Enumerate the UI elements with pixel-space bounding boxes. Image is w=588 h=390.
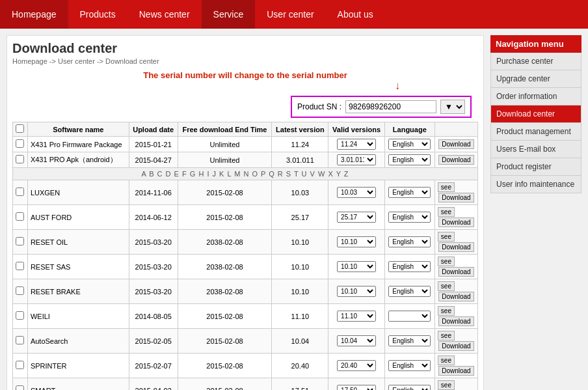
- see-button[interactable]: see: [438, 331, 455, 341]
- sn-select[interactable]: ▼: [440, 100, 465, 114]
- lang-select[interactable]: English: [388, 154, 431, 165]
- software-name: WEILI: [27, 304, 129, 329]
- version-select[interactable]: 25.17: [337, 212, 376, 223]
- see-button[interactable]: see: [438, 182, 455, 192]
- col-action: [434, 122, 477, 137]
- download-button[interactable]: Download: [438, 341, 474, 351]
- sidebar-item-5[interactable]: Users E-mail box: [490, 141, 581, 158]
- see-button[interactable]: see: [438, 207, 455, 217]
- download-button[interactable]: Download: [438, 139, 474, 149]
- row-checkbox-7[interactable]: [16, 311, 24, 320]
- version-select[interactable]: 17.50: [337, 385, 376, 390]
- lang-select[interactable]: English: [388, 212, 431, 223]
- arrow-icon: ↓: [395, 80, 400, 91]
- version-select[interactable]: 11.10: [337, 311, 376, 322]
- lang-select[interactable]: English: [388, 236, 431, 247]
- download-button[interactable]: Download: [438, 267, 474, 277]
- download-button[interactable]: Download: [438, 366, 474, 376]
- download-button[interactable]: Download: [438, 193, 474, 202]
- version-select[interactable]: 3.01.011: [337, 154, 376, 165]
- upload-date: 2015-01-21: [129, 137, 178, 152]
- version-select[interactable]: 10.03: [337, 187, 376, 198]
- valid-versions: 11.24: [328, 137, 384, 152]
- see-button[interactable]: see: [438, 380, 455, 390]
- lang-select[interactable]: English: [388, 385, 431, 390]
- row-checkbox-6[interactable]: [16, 286, 24, 295]
- see-button[interactable]: see: [438, 306, 455, 316]
- language: English: [384, 354, 434, 378]
- language: English: [384, 279, 434, 304]
- free-end: 2038-02-08: [178, 255, 272, 279]
- download-button[interactable]: Download: [438, 242, 474, 252]
- sidebar-item-4[interactable]: Product management: [490, 123, 581, 141]
- download-button[interactable]: Download: [438, 316, 474, 326]
- software-name: SPRINTER: [27, 354, 129, 378]
- sidebar-item-6[interactable]: Product register: [490, 158, 581, 176]
- col-lang: Language: [384, 122, 434, 137]
- version-select[interactable]: 10.10: [337, 286, 376, 297]
- action-cell: Download: [434, 152, 477, 168]
- download-button[interactable]: Download: [438, 217, 474, 227]
- lang-select[interactable]: English: [388, 286, 431, 297]
- valid-versions: 20.40: [328, 354, 384, 378]
- see-button[interactable]: see: [438, 281, 455, 291]
- row-checkbox-0[interactable]: [16, 139, 24, 148]
- col-check: [13, 122, 28, 137]
- row-checkbox-4[interactable]: [16, 237, 24, 245]
- software-name: LUXGEN: [27, 180, 129, 205]
- download-button[interactable]: Download: [438, 155, 474, 165]
- action-cell: Download: [434, 137, 477, 152]
- version-select[interactable]: 10.04: [337, 335, 376, 346]
- nav-homepage[interactable]: Homepage: [0, 0, 68, 29]
- sidebar-item-0[interactable]: Purchase center: [490, 53, 581, 70]
- lang-select[interactable]: English: [388, 261, 431, 272]
- row-checkbox-9[interactable]: [16, 361, 24, 369]
- row-checkbox-8[interactable]: [16, 336, 24, 344]
- lang-select[interactable]: English: [388, 187, 431, 198]
- see-button[interactable]: see: [438, 257, 455, 266]
- row-checkbox-3[interactable]: [16, 212, 24, 221]
- nav-user-center[interactable]: User center: [255, 0, 325, 29]
- row-checkbox-10[interactable]: [16, 385, 24, 390]
- see-button[interactable]: see: [438, 232, 455, 242]
- download-button[interactable]: Download: [438, 292, 474, 301]
- row-checkbox-1[interactable]: [16, 155, 24, 163]
- latest-version: 17.51: [272, 378, 328, 391]
- software-name: X431 Pro Firmware Package: [27, 137, 129, 152]
- sidebar-item-1[interactable]: Upgrade center: [490, 70, 581, 88]
- version-select[interactable]: 10.10: [337, 236, 376, 247]
- upload-date: 2014-06-12: [129, 205, 178, 230]
- lang-select[interactable]: English: [388, 360, 431, 371]
- sidebar-item-2[interactable]: Order information: [490, 88, 581, 105]
- row-checkbox-2[interactable]: [16, 188, 24, 196]
- nav-about-us[interactable]: About us: [326, 0, 385, 29]
- lang-select[interactable]: [388, 311, 431, 322]
- table-row: LUXGEN 2014-11-06 2015-02-08 10.03 10.03…: [13, 180, 478, 205]
- lang-select[interactable]: English: [388, 335, 431, 346]
- version-select[interactable]: 11.24: [337, 139, 376, 150]
- free-end: 2038-02-08: [178, 230, 272, 255]
- table-row: RESET OIL 2015-03-20 2038-02-08 10.10 10…: [13, 230, 478, 255]
- latest-version: 10.10: [272, 279, 328, 304]
- lang-select[interactable]: English: [388, 139, 431, 150]
- sn-input[interactable]: [345, 100, 436, 113]
- sn-label: Product SN :: [297, 102, 341, 111]
- sidebar-title: Navigation menu: [490, 35, 581, 53]
- sidebar-item-7[interactable]: User info maintenance: [490, 176, 581, 193]
- nav-news-center[interactable]: News center: [127, 0, 202, 29]
- free-end: 2015-02-08: [178, 180, 272, 205]
- nav-products[interactable]: Products: [68, 0, 127, 29]
- col-valid: Valid versions: [328, 122, 384, 137]
- see-button[interactable]: see: [438, 355, 455, 365]
- version-select[interactable]: 10.10: [337, 261, 376, 272]
- content-area: Download center Homepage -> User center …: [7, 35, 484, 390]
- free-end: 2015-02-08: [178, 205, 272, 230]
- version-select[interactable]: 20.40: [337, 360, 376, 371]
- free-end: 2015-02-08: [178, 378, 272, 391]
- latest-version: 20.40: [272, 354, 328, 378]
- sidebar-item-3[interactable]: Download center: [490, 105, 581, 123]
- row-checkbox-5[interactable]: [16, 262, 24, 270]
- valid-versions: 10.03: [328, 180, 384, 205]
- select-all-checkbox[interactable]: [16, 124, 24, 133]
- nav-service[interactable]: Service: [202, 0, 256, 29]
